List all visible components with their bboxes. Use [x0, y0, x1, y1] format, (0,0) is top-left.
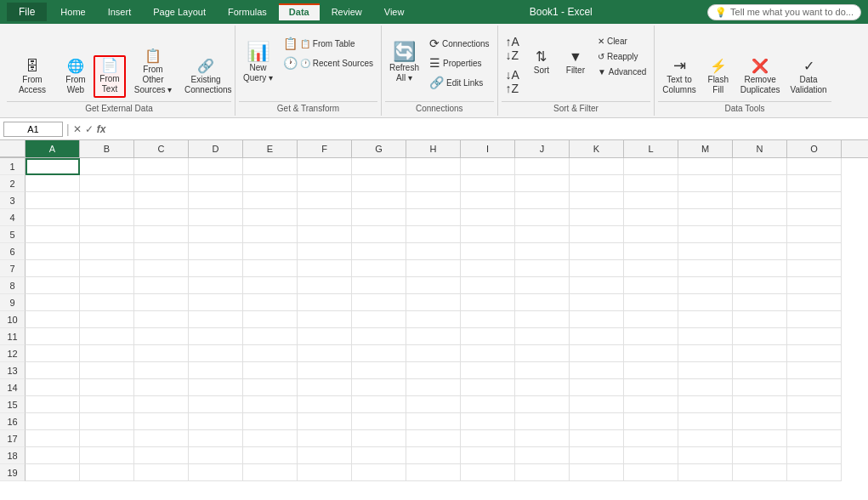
cell-J5[interactable] — [515, 226, 570, 243]
cell-O3[interactable] — [787, 192, 842, 209]
cell-H14[interactable] — [406, 379, 461, 396]
cell-B14[interactable] — [80, 379, 134, 396]
cell-N19[interactable] — [733, 464, 787, 481]
cell-D14[interactable] — [189, 379, 243, 396]
cell-C13[interactable] — [134, 362, 189, 379]
cell-E8[interactable] — [243, 277, 298, 294]
cell-J4[interactable] — [515, 209, 570, 226]
cell-B12[interactable] — [80, 345, 134, 362]
cell-K11[interactable] — [570, 328, 624, 345]
cell-J2[interactable] — [515, 175, 570, 192]
cell-G10[interactable] — [352, 311, 406, 328]
cell-F4[interactable] — [298, 209, 352, 226]
cell-C8[interactable] — [134, 277, 189, 294]
cell-M11[interactable] — [678, 328, 733, 345]
cell-M13[interactable] — [678, 362, 733, 379]
cell-M12[interactable] — [678, 345, 733, 362]
cell-I12[interactable] — [461, 345, 515, 362]
cell-C9[interactable] — [134, 294, 189, 311]
sort-az-button[interactable]: ↑A↓Z — [502, 32, 524, 65]
row-header-13[interactable]: 13 — [0, 362, 26, 379]
cell-F19[interactable] — [298, 464, 352, 481]
cell-O14[interactable] — [787, 379, 842, 396]
cell-N4[interactable] — [733, 209, 787, 226]
cell-I14[interactable] — [461, 379, 515, 396]
cell-H5[interactable] — [406, 226, 461, 243]
cell-E7[interactable] — [243, 260, 298, 277]
cell-C12[interactable] — [134, 345, 189, 362]
remove-duplicates-button[interactable]: ❌ RemoveDuplicates — [736, 57, 785, 98]
row-header-3[interactable]: 3 — [0, 192, 26, 209]
cell-E12[interactable] — [243, 345, 298, 362]
cell-E1[interactable] — [243, 158, 298, 175]
cell-G6[interactable] — [352, 243, 406, 260]
cell-N2[interactable] — [733, 175, 787, 192]
cell-D9[interactable] — [189, 294, 243, 311]
cell-I13[interactable] — [461, 362, 515, 379]
cell-M17[interactable] — [678, 430, 733, 447]
cell-B5[interactable] — [80, 226, 134, 243]
from-web-button[interactable]: 🌐 FromWeb — [60, 57, 92, 98]
cell-I8[interactable] — [461, 277, 515, 294]
col-header-C[interactable]: C — [134, 140, 189, 157]
row-header-7[interactable]: 7 — [0, 260, 26, 277]
cell-E18[interactable] — [243, 447, 298, 464]
cell-D18[interactable] — [189, 447, 243, 464]
cell-H12[interactable] — [406, 345, 461, 362]
tab-home[interactable]: Home — [50, 3, 95, 20]
cell-K1[interactable] — [570, 158, 624, 175]
cell-L10[interactable] — [624, 311, 678, 328]
cell-H19[interactable] — [406, 464, 461, 481]
cell-M9[interactable] — [678, 294, 733, 311]
cell-O15[interactable] — [787, 396, 842, 413]
cell-G5[interactable] — [352, 226, 406, 243]
cell-N10[interactable] — [733, 311, 787, 328]
cell-F16[interactable] — [298, 413, 352, 430]
cell-L12[interactable] — [624, 345, 678, 362]
cell-K13[interactable] — [570, 362, 624, 379]
new-query-button[interactable]: 📊 NewQuery ▾ — [239, 40, 277, 86]
cell-C16[interactable] — [134, 413, 189, 430]
cell-F1[interactable] — [298, 158, 352, 175]
advanced-button[interactable]: ▼ Advanced — [593, 65, 650, 79]
cell-J7[interactable] — [515, 260, 570, 277]
cell-F10[interactable] — [298, 311, 352, 328]
cell-G9[interactable] — [352, 294, 406, 311]
cell-O18[interactable] — [787, 447, 842, 464]
cell-I7[interactable] — [461, 260, 515, 277]
cell-J9[interactable] — [515, 294, 570, 311]
cell-L1[interactable] — [624, 158, 678, 175]
cell-C7[interactable] — [134, 260, 189, 277]
text-to-columns-button[interactable]: ⇥ Text toColumns — [658, 55, 700, 98]
cell-D6[interactable] — [189, 243, 243, 260]
cell-I15[interactable] — [461, 396, 515, 413]
cell-M5[interactable] — [678, 226, 733, 243]
cell-A4[interactable] — [26, 209, 80, 226]
cell-E9[interactable] — [243, 294, 298, 311]
cell-E4[interactable] — [243, 209, 298, 226]
cell-A8[interactable] — [26, 277, 80, 294]
cell-G2[interactable] — [352, 175, 406, 192]
cell-F18[interactable] — [298, 447, 352, 464]
cell-G8[interactable] — [352, 277, 406, 294]
cell-I6[interactable] — [461, 243, 515, 260]
cell-O7[interactable] — [787, 260, 842, 277]
cell-N14[interactable] — [733, 379, 787, 396]
cell-K19[interactable] — [570, 464, 624, 481]
cell-L15[interactable] — [624, 396, 678, 413]
row-header-15[interactable]: 15 — [0, 396, 26, 413]
cell-J15[interactable] — [515, 396, 570, 413]
cell-O12[interactable] — [787, 345, 842, 362]
cell-D7[interactable] — [189, 260, 243, 277]
cell-G19[interactable] — [352, 464, 406, 481]
cell-L4[interactable] — [624, 209, 678, 226]
from-other-sources-button[interactable]: 📋 From OtherSources ▾ — [128, 47, 179, 98]
cell-B19[interactable] — [80, 464, 134, 481]
from-table-button[interactable]: 📋 📋 From Table — [279, 34, 377, 53]
sort-button[interactable]: ⇅ Sort — [525, 48, 558, 78]
cell-F14[interactable] — [298, 379, 352, 396]
cell-G17[interactable] — [352, 430, 406, 447]
cell-N18[interactable] — [733, 447, 787, 464]
cell-E6[interactable] — [243, 243, 298, 260]
cell-A15[interactable] — [26, 396, 80, 413]
